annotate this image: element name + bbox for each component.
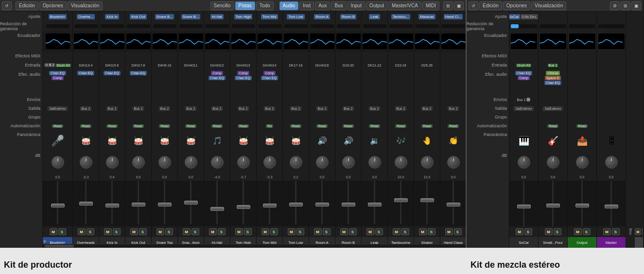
solo-btn[interactable]: S [218,228,226,235]
solo-btn[interactable]: S [191,228,199,235]
comp-plugin[interactable]: Comp [52,76,64,80]
automation-btn[interactable]: Read [185,124,196,128]
solo-btn[interactable]: S [58,228,66,235]
output-label[interactable]: Bus 2 [238,106,249,111]
right-eq-display[interactable] [540,34,566,49]
simple-btn[interactable]: Sencillo [210,1,234,10]
eq-display[interactable] [258,34,282,49]
eq-display[interactable] [153,34,177,49]
automation-btn[interactable]: Read [52,124,63,128]
eq-cell[interactable] [309,31,335,51]
right-adjust-btn[interactable]: SoCal [509,14,520,19]
right-view-menu[interactable]: Visualización [531,1,566,10]
pan-knob[interactable] [211,156,224,169]
right-options-menu[interactable]: Opciones [503,1,530,10]
adjust-btn[interactable]: Maracas [418,14,435,19]
output-label[interactable]: Bus 2 [185,106,197,111]
right-cycle-icon[interactable]: ↺ [469,1,478,10]
pan-knob[interactable] [316,156,329,169]
eq-cell[interactable] [388,31,414,51]
adjust-btn[interactable]: Overhe... [77,14,95,19]
output-label[interactable]: Bus 2 [133,106,144,111]
adjust-btn[interactable]: Hand Cl... [444,14,463,19]
output-label[interactable]: Bus 2 [448,106,459,111]
fader-thumb[interactable] [79,202,93,206]
eq-cell[interactable] [99,31,125,51]
right-fader-thumb[interactable] [575,204,589,207]
mute-btn[interactable]: M [209,228,217,235]
adjust-btn[interactable]: Tom Mid [261,14,278,19]
fader-thumb[interactable] [368,203,382,206]
plugin-btn[interactable]: Chan EQ [209,76,226,80]
plugin-btn[interactable]: Comp [518,76,530,80]
eq-cell[interactable] [335,31,361,51]
solo-btn[interactable]: S [270,228,278,235]
right-eq-display[interactable] [511,34,537,49]
audio-btn[interactable]: Audio [279,1,299,10]
pan-knob[interactable] [342,156,355,169]
drum-kit-badge[interactable]: Drum Kit [56,64,71,67]
grid-icon[interactable]: ⊞ [443,1,453,10]
plugin-btn[interactable]: Chan EQ [261,76,278,80]
right-eq-cell[interactable] [597,31,626,51]
solo-btn[interactable]: S [296,228,304,235]
right-auto-btn[interactable]: Read [547,124,558,128]
right-edit-menu[interactable]: Edición [479,1,502,10]
plugin-btn[interactable]: Chan EQ [104,71,121,75]
right-output-label[interactable]: SalEstéreo [543,106,562,111]
plugin-btn[interactable]: Comp [237,71,249,75]
eq-display[interactable] [46,34,70,49]
adjust-btn[interactable]: Tom Low [287,14,304,19]
adjust-btn[interactable]: Leak [369,14,380,19]
fader-thumb[interactable] [237,205,250,209]
eq-display[interactable] [284,34,308,49]
mute-btn[interactable]: M [50,228,57,235]
fader-thumb[interactable] [263,204,277,207]
output-label[interactable]: Bus 2 [159,106,171,111]
solo-btn[interactable]: S [139,228,147,235]
right-split-icon[interactable]: ▣ [631,1,641,10]
pan-knob[interactable] [395,156,407,169]
eq-cell[interactable] [204,31,230,51]
automation-btn[interactable]: Read [290,124,301,128]
output-label[interactable]: Bus 2 [421,106,433,111]
cycle-icon[interactable]: ↺ [2,1,12,10]
output-label[interactable]: Bus 2 [369,106,381,111]
eq-display[interactable] [415,34,439,49]
automation-btn[interactable]: Read [395,124,406,128]
adjust-btn[interactable]: Room A [314,14,330,19]
automation-btn[interactable]: Read [448,124,459,128]
output-label[interactable]: Bus 2 [264,106,276,111]
mute-btn[interactable]: M [288,228,296,235]
right-fader-thumb[interactable] [517,205,531,208]
right-grid-icon[interactable]: ⊞ [621,1,630,10]
fader-thumb[interactable] [158,203,172,206]
right-solo-btn[interactable]: S [524,228,532,235]
eq-cell[interactable] [440,31,466,51]
solo-btn[interactable]: S [323,228,331,235]
eq-display[interactable] [100,34,124,49]
eq-cell[interactable] [414,31,440,51]
adjust-btn[interactable]: Tambou... [391,14,410,19]
options-menu[interactable]: Opciones [39,1,67,10]
left-scroll-arrow[interactable]: ▶ [43,239,48,243]
right-mute-btn[interactable]: M [603,228,611,235]
pan-knob[interactable] [263,156,276,169]
right-solo-btn[interactable]: S [612,228,620,235]
automation-btn[interactable]: Read [133,124,144,128]
bus-btn[interactable]: Bus [331,1,346,10]
adjust-btn[interactable]: Kick In [105,14,119,19]
plugin-btn[interactable]: Chorus [546,71,560,75]
input-btn[interactable]: Input [348,1,365,10]
solo-btn[interactable]: S [349,228,357,235]
adjust-btn[interactable]: Bluebird+ [49,14,67,19]
automation-btn[interactable]: Read [316,124,328,128]
plugin-btn[interactable]: Chan EQ [235,76,252,80]
solo-btn[interactable]: S [165,228,173,235]
eq-cell[interactable] [125,31,151,51]
output-label[interactable]: Bus 2 [343,106,354,111]
mute-btn[interactable]: M [314,228,322,235]
automation-btn[interactable]: Rd [266,124,273,128]
mute-btn[interactable]: M [130,228,138,235]
solo-btn[interactable]: S [87,228,94,235]
